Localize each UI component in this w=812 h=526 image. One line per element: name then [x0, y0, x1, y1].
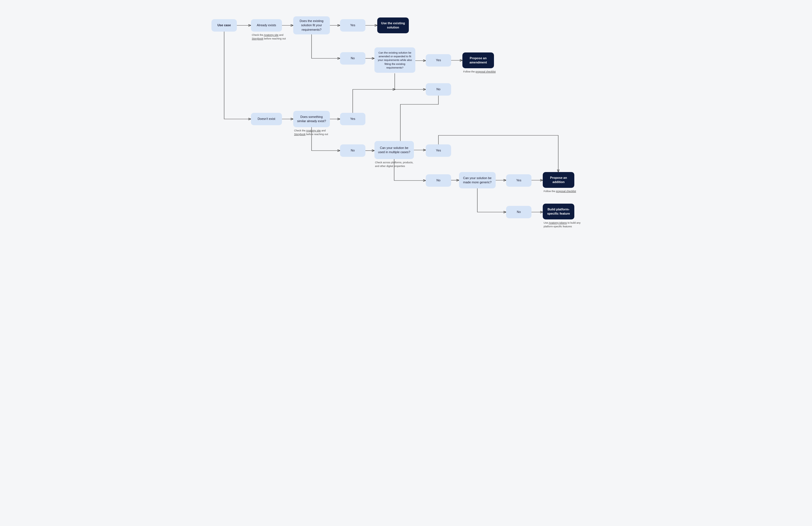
multiple-cases-note: Check across platforms, products, and ot…	[375, 161, 415, 168]
yes1-node: Yes	[340, 19, 365, 32]
yes3-node: Yes	[340, 113, 365, 125]
propose-addition-node: Propose an addition	[543, 172, 574, 188]
already-exists-note: Check the Anatomy site and Storybook bef…	[252, 33, 288, 40]
yes2-node: Yes	[426, 54, 451, 67]
something-similar-node: Does something similar already exist?	[293, 111, 330, 127]
no4-node: No	[426, 174, 451, 187]
build-platform-node: Build platform-specific feature	[543, 204, 574, 219]
no5-node: No	[506, 206, 532, 218]
multiple-cases-node: Can your solution be used in multiple ca…	[374, 141, 414, 159]
no2-node: No	[426, 83, 451, 96]
proposal-note1: Follow the proposal checklist	[463, 70, 500, 74]
proposal-note2: Follow the proposal checklist	[543, 189, 580, 193]
doesnt-exist-node: Doesn't exist	[251, 113, 282, 125]
yes4-node: Yes	[426, 144, 451, 157]
flowchart-canvas: Use case Already exists Check the Anatom…	[203, 0, 609, 262]
platform-note: Use Anatomy tokens to build any platform…	[543, 221, 583, 228]
fit-requirements-node: Does the existing solution fit your requ…	[293, 16, 330, 34]
doesnt-exist-note: Check the Anatomy site and Storybook bef…	[294, 129, 331, 136]
no1-node: No	[340, 52, 365, 65]
yes5-node: Yes	[506, 174, 532, 187]
more-generic-node: Can your solution be made more generic?	[459, 172, 496, 188]
no3-node: No	[340, 144, 365, 157]
already-exists-node: Already exists	[251, 19, 282, 32]
use-existing-node: Use the existing solution	[377, 17, 409, 33]
propose-amendment-node: Propose an amendment	[462, 53, 494, 68]
can-amended-node: Can the existing solution be amended or …	[374, 47, 415, 73]
use-case-node: Use case	[212, 19, 237, 32]
